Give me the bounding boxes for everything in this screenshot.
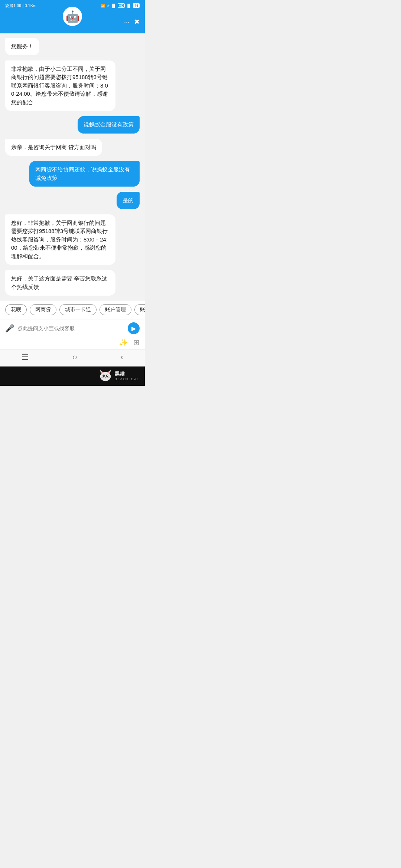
signal-icon: ▐▌ [111,4,116,8]
header-actions[interactable]: ··· ✖ [124,18,140,26]
nav-bar: ☰ ○ ‹ [0,349,145,366]
svg-point-9 [105,377,106,378]
user-message-bubble: 网商贷不给协商还款，说蚂蚁金服没有减免政策 [29,161,140,187]
message-row: 说蚂蚁金服没有政策 [5,116,140,134]
mic-button[interactable]: 🎤 [5,324,14,333]
quick-tag-5[interactable]: 账... [134,304,145,315]
send-icon: ▶ [131,325,136,332]
message-row: 非常抱歉，由于小二分工不同，关于网商银行的问题需要您拨打95188转3号键联系网… [5,60,140,111]
back-nav-button[interactable]: ‹ [120,352,123,362]
message-row: 是的 [5,192,140,209]
chat-input[interactable] [17,325,125,331]
signal2-icon: ▐▌ [126,4,131,8]
quick-tag-3[interactable]: 城市一卡通 [59,304,97,315]
bot-message-bubble: 您好，非常抱歉，关于网商银行的问题需要您拨打95188转3号键联系网商银行热线客… [5,214,115,265]
bot-avatar: 🤖 [63,7,82,26]
close-chat-button[interactable]: ✖ [134,18,140,26]
message-row: 网商贷不给协商还款，说蚂蚁金服没有减免政策 [5,161,140,187]
quick-tags-row: 花呗网商贷城市一卡通账户管理账... [0,300,145,319]
battery-indicator: 44 [133,3,140,8]
status-speed: 0.1K/s [25,3,36,8]
message-row: 您服务！ [5,38,140,55]
svg-point-7 [104,375,104,376]
bottom-brand: 黑猫 BLACK CAT [0,366,145,386]
wifi-icon: 📶 [101,4,105,8]
svg-point-0 [100,372,111,381]
svg-point-5 [102,375,105,377]
svg-point-8 [107,375,108,376]
robot-icon: 🤖 [66,10,79,23]
user-message-bubble: 是的 [117,192,140,209]
home-nav-button[interactable]: ○ [72,352,77,362]
message-row: 您好，关于这方面是需要 辛苦您联系这个热线反馈 [5,270,140,296]
more-menu-button[interactable]: ··· [124,18,130,26]
bot-message-bubble: 您好，关于这方面是需要 辛苦您联系这个热线反馈 [5,270,115,296]
message-row: 亲亲，是咨询关于网商 贷方面对吗 [5,139,140,156]
send-button[interactable]: ▶ [128,322,140,334]
brand-english: BLACK CAT [115,377,140,381]
input-area: 🎤 ▶ [0,319,145,336]
extra-icons-row: ✨ ⊞ [0,336,145,349]
battery-level: 44 [134,4,138,7]
bot-message-bubble: 您服务！ [5,38,39,55]
grid-icon[interactable]: ⊞ [133,338,140,347]
status-time: 凌晨1:39 [5,3,21,8]
quick-tag-1[interactable]: 花呗 [5,304,27,315]
quick-tag-4[interactable]: 账户管理 [100,304,131,315]
bot-message-bubble: 非常抱歉，由于小二分工不同，关于网商银行的问题需要您拨打95188转3号键联系网… [5,60,115,111]
menu-nav-button[interactable]: ☰ [22,352,29,362]
status-time-speed: 凌晨1:39 | 0.1K/s [5,3,36,9]
chat-area: 您服务！非常抱歉，由于小二分工不同，关于网商银行的问题需要您拨打95188转3号… [0,33,145,300]
brand-text-container: 黑猫 BLACK CAT [115,371,140,381]
svg-point-6 [106,375,108,377]
message-row: 您好，非常抱歉，关于网商银行的问题需要您拨打95188转3号键联系网商银行热线客… [5,214,140,265]
status-icons: 📶 ✳ ▐▌ HD ▐▌ 44 [101,3,140,8]
black-cat-logo [98,369,113,383]
magic-wand-icon[interactable]: ✨ [119,338,128,347]
hd-icon: HD [118,3,125,8]
brand-chinese: 黑猫 [115,371,140,377]
user-message-bubble: 说蚂蚁金服没有政策 [78,116,140,134]
bot-message-bubble: 亲亲，是咨询关于网商 贷方面对吗 [5,139,102,156]
bluetooth-icon: ✳ [107,4,110,8]
quick-tag-2[interactable]: 网商贷 [30,304,56,315]
chat-header: 🤖 ··· ✖ [0,10,145,33]
